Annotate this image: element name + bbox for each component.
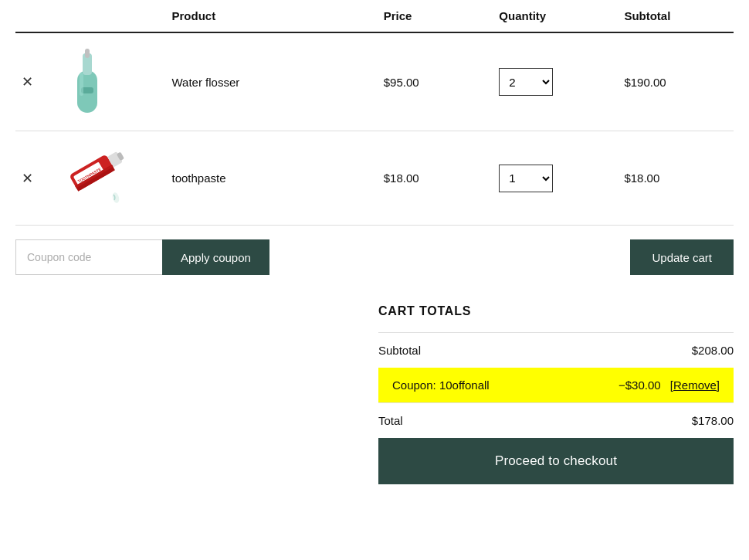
water-flosser-icon [60,47,114,117]
toothpaste-icon: TOOTHPASTE [60,145,137,211]
total-value: $178.00 [692,414,734,427]
toothpaste-price: $18.00 [378,131,493,226]
toothpaste-image-cell: TOOTHPASTE [54,131,166,226]
remove-cell: ✕ [15,32,54,131]
water-flosser-quantity-cell: 1 2 3 4 5 [493,32,618,131]
apply-coupon-button[interactable]: Apply coupon [162,239,269,275]
toothpaste-subtotal: $18.00 [618,131,734,226]
water-flosser-name: Water flosser [165,32,377,131]
cart-table: Product Price Quantity Subtotal ✕ [15,0,734,226]
coupon-left-group: Apply coupon [15,239,269,275]
cart-totals-title: CART TOTALS [378,304,734,318]
subtotal-value: $208.00 [692,344,734,357]
remove-water-flosser-button[interactable]: ✕ [22,75,33,89]
subtotal-label: Subtotal [378,344,421,357]
svg-rect-4 [80,73,83,96]
total-row: Total $178.00 [378,402,734,438]
col-header-price: Price [378,0,493,32]
coupon-discount-amount: −$30.00 [619,378,661,392]
coupon-totals-value: −$30.00 [Remove] [619,378,720,392]
col-header-image [54,0,166,32]
table-row: ✕ [15,32,734,131]
total-label: Total [378,414,403,427]
checkout-button[interactable]: Proceed to checkout [378,438,734,484]
remove-coupon-link[interactable]: [Remove] [670,378,720,392]
water-flosser-image-cell [54,32,166,131]
cart-totals-section: CART TOTALS Subtotal $208.00 Coupon: 10o… [15,304,734,515]
coupon-totals-label: Coupon: 10offonall [392,378,490,392]
col-header-remove [15,0,54,32]
toothpaste-name: toothpaste [165,131,377,226]
col-header-subtotal: Subtotal [618,0,734,32]
col-header-quantity: Quantity [493,0,618,32]
update-cart-button[interactable]: Update cart [630,239,734,275]
coupon-row: Apply coupon Update cart [15,226,734,289]
water-flosser-price: $95.00 [378,32,493,131]
toothpaste-quantity-cell: 1 2 3 4 5 [493,131,618,226]
col-header-product: Product [165,0,377,32]
coupon-input[interactable] [15,239,162,275]
subtotal-row: Subtotal $208.00 [378,332,734,368]
table-row: ✕ TOOTHPASTE [15,131,734,226]
svg-rect-2 [85,49,90,58]
water-flosser-quantity-select[interactable]: 1 2 3 4 5 [499,68,553,96]
cart-totals-box: CART TOTALS Subtotal $208.00 Coupon: 10o… [378,304,734,484]
toothpaste-quantity-select[interactable]: 1 2 3 4 5 [499,165,553,192]
remove-toothpaste-button[interactable]: ✕ [22,171,33,185]
remove-cell: ✕ [15,131,54,226]
coupon-discount-row: Coupon: 10offonall −$30.00 [Remove] [378,368,734,402]
water-flosser-subtotal: $190.00 [618,32,734,131]
